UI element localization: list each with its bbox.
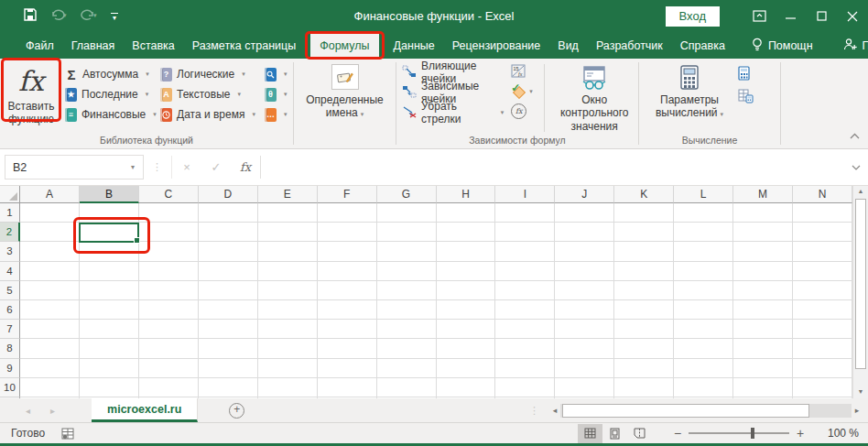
watch-window-button[interactable]: Окно контрольного значения [550, 59, 638, 133]
cell-D6[interactable] [199, 300, 258, 320]
close-button[interactable] [837, 0, 868, 32]
cell-C1[interactable] [139, 203, 199, 223]
show-formulas-button[interactable]: 15fx [511, 63, 526, 79]
horizontal-scroll-thumb[interactable] [562, 404, 809, 418]
tab-help[interactable]: Справка [678, 32, 728, 59]
cell-L2[interactable] [674, 223, 733, 242]
tab-data[interactable]: Данные [391, 32, 438, 59]
horizontal-scrollbar[interactable]: ◂ ▸ [549, 403, 863, 419]
defined-names-button[interactable]: Определенные имена▾ [301, 59, 389, 120]
name-box-caret-icon[interactable]: ▾ [123, 163, 143, 171]
column-header-N[interactable]: N [793, 186, 852, 203]
view-normal-button[interactable] [578, 424, 602, 443]
cell-M1[interactable] [733, 203, 793, 223]
cell-A6[interactable] [20, 300, 80, 320]
cell-I9[interactable] [495, 359, 555, 378]
cell-G9[interactable] [377, 359, 437, 378]
sheet-nav-left-icon[interactable]: ◂ [26, 406, 30, 416]
maximize-button[interactable] [806, 0, 837, 32]
cell-A2[interactable] [20, 223, 80, 242]
cell-J2[interactable] [555, 223, 614, 242]
cell-M9[interactable] [733, 359, 793, 378]
trace-precedents-button[interactable]: Влияющие ячейки [402, 64, 504, 81]
formula-bar-grip-icon[interactable]: ⋮ [144, 161, 171, 173]
row-header-1[interactable]: 1 [0, 203, 20, 223]
cell-G6[interactable] [377, 300, 437, 320]
cell-C10[interactable] [139, 378, 199, 397]
cell-D1[interactable] [199, 203, 258, 223]
cell-A8[interactable] [20, 339, 80, 358]
cell-J8[interactable] [555, 339, 614, 358]
cell-J3[interactable] [555, 242, 614, 261]
cell-J4[interactable] [555, 262, 614, 281]
cancel-icon[interactable]: × [172, 160, 201, 174]
cell-H7[interactable] [437, 320, 496, 339]
tab-developer[interactable]: Разработчик [593, 32, 666, 59]
column-header-A[interactable]: A [20, 186, 80, 203]
cell-H1[interactable] [437, 203, 496, 223]
cell-M6[interactable] [733, 300, 793, 320]
tab-review[interactable]: Рецензирование [450, 32, 544, 59]
cell-B1[interactable] [80, 203, 139, 223]
cell-H5[interactable] [437, 281, 496, 300]
cell-M10[interactable] [733, 378, 793, 397]
evaluate-formula-button[interactable]: fx [511, 103, 526, 119]
cell-F7[interactable] [318, 320, 377, 339]
zoom-level[interactable]: 100 % [817, 427, 859, 440]
more-functions-button[interactable]: … ▾ [265, 106, 296, 123]
cell-D3[interactable] [199, 242, 258, 261]
cell-M8[interactable] [733, 339, 793, 358]
zoom-in-icon[interactable]: + [791, 426, 809, 441]
cell-E3[interactable] [258, 242, 318, 261]
cell-N2[interactable] [793, 223, 852, 242]
cell-F5[interactable] [318, 281, 377, 300]
cell-H2[interactable] [437, 223, 496, 242]
cell-A10[interactable] [20, 378, 80, 397]
cell-L8[interactable] [674, 339, 733, 358]
cell-E2[interactable] [258, 223, 318, 242]
autosum-button[interactable]: Σ Автосумма▾ [65, 66, 153, 82]
cell-B6[interactable] [80, 300, 139, 320]
cell-G5[interactable] [377, 281, 437, 300]
save-icon[interactable] [24, 8, 37, 25]
row-header-7[interactable]: 7 [0, 320, 20, 339]
math-trig-button[interactable]: θ ▾ [265, 86, 296, 103]
cell-K5[interactable] [614, 281, 674, 300]
cell-H6[interactable] [437, 300, 496, 320]
tab-file[interactable]: Файл [23, 32, 57, 59]
scroll-up-icon[interactable]: ▲ [853, 188, 868, 194]
cell-N8[interactable] [793, 339, 852, 358]
cell-H4[interactable] [437, 262, 496, 281]
datetime-functions-button[interactable]: Дата и время▾ [160, 106, 259, 123]
cell-J10[interactable] [555, 378, 614, 397]
cell-M7[interactable] [733, 320, 793, 339]
cell-G10[interactable] [377, 378, 437, 397]
cell-L3[interactable] [674, 242, 733, 261]
cell-N10[interactable] [793, 378, 852, 397]
cell-E8[interactable] [258, 339, 318, 358]
cell-J5[interactable] [555, 281, 614, 300]
select-all-corner[interactable] [0, 186, 20, 203]
cell-G2[interactable] [377, 223, 437, 242]
cell-H9[interactable] [437, 359, 496, 378]
cell-B10[interactable] [80, 378, 139, 397]
view-page-break-button[interactable] [627, 424, 652, 443]
cell-I7[interactable] [495, 320, 555, 339]
cell-N6[interactable] [793, 300, 852, 320]
cell-F10[interactable] [318, 378, 377, 397]
cell-E7[interactable] [258, 320, 318, 339]
cell-I1[interactable] [495, 203, 555, 223]
error-checking-button[interactable]: ✓ ▾ [511, 83, 533, 99]
cell-N3[interactable] [793, 242, 852, 261]
cell-J7[interactable] [555, 320, 614, 339]
column-header-H[interactable]: H [437, 186, 496, 203]
row-header-9[interactable]: 9 [0, 359, 20, 378]
cell-J1[interactable] [555, 203, 614, 223]
cell-G4[interactable] [377, 262, 437, 281]
cell-C3[interactable] [139, 242, 199, 261]
cell-F4[interactable] [318, 262, 377, 281]
cell-K1[interactable] [614, 203, 674, 223]
cell-A4[interactable] [20, 262, 80, 281]
cell-E10[interactable] [258, 378, 318, 397]
cell-I8[interactable] [495, 339, 555, 358]
